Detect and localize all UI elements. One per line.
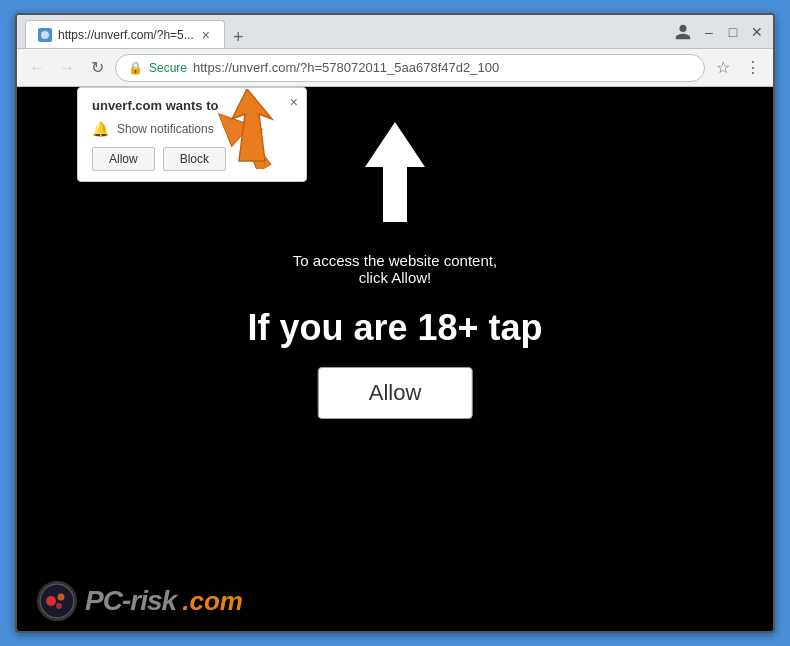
- forward-button[interactable]: →: [55, 56, 79, 80]
- tab-title: https://unverf.com/?h=5...: [58, 28, 194, 42]
- pcrisk-logo: PC-risk .com: [37, 581, 243, 621]
- instruction-line1: To access the website content,: [293, 252, 497, 269]
- up-arrow-container: [355, 117, 435, 231]
- url-display: https://unverf.com/?h=578072011_5aa678f4…: [193, 60, 499, 75]
- browser-menu-icon[interactable]: ⋮: [741, 56, 765, 80]
- address-bar: ← → ↻ 🔒 Secure https://unverf.com/?h=578…: [17, 49, 773, 87]
- refresh-button[interactable]: ↻: [85, 56, 109, 80]
- svg-point-7: [56, 603, 62, 609]
- browser-tab[interactable]: https://unverf.com/?h=5... ×: [25, 20, 225, 48]
- browser-content: × unverf.com wants to 🔔 Show notificatio…: [17, 87, 773, 631]
- tab-area: https://unverf.com/?h=5... × +: [25, 15, 661, 48]
- bell-icon: 🔔: [92, 121, 109, 137]
- back-button[interactable]: ←: [25, 56, 49, 80]
- svg-point-6: [58, 594, 65, 601]
- instruction-line2: click Allow!: [293, 269, 497, 286]
- pcrisk-ball-svg: [39, 583, 75, 619]
- secure-label: Secure: [149, 61, 187, 75]
- pcrisk-com-text: .com: [182, 586, 243, 616]
- svg-point-0: [41, 31, 49, 39]
- user-account-icon[interactable]: [673, 22, 693, 42]
- address-bar-right: ☆ ⋮: [711, 56, 765, 80]
- popup-allow-button[interactable]: Allow: [92, 147, 155, 171]
- page-instruction-text: To access the website content, click All…: [293, 252, 497, 286]
- title-bar: https://unverf.com/?h=5... × + – □ ✕: [17, 15, 773, 49]
- new-tab-button[interactable]: +: [225, 27, 252, 48]
- tab-close-btn[interactable]: ×: [200, 27, 212, 43]
- svg-marker-3: [365, 122, 425, 222]
- popup-notification-text: Show notifications: [117, 122, 214, 136]
- maximize-button[interactable]: □: [725, 24, 741, 40]
- arrow-svg: [217, 89, 307, 169]
- secure-lock-icon: 🔒: [128, 61, 143, 75]
- pcrisk-ball-icon: [37, 581, 77, 621]
- bookmark-star-icon[interactable]: ☆: [711, 56, 735, 80]
- svg-point-4: [40, 584, 74, 618]
- browser-window: https://unverf.com/?h=5... × + – □ ✕ ← →…: [15, 13, 775, 633]
- tab-favicon: [38, 28, 52, 42]
- page-allow-button[interactable]: Allow: [318, 367, 473, 419]
- orange-arrow-annotation: [217, 89, 297, 159]
- svg-point-5: [46, 596, 56, 606]
- page-main-text: If you are 18+ tap: [247, 307, 542, 349]
- minimize-button[interactable]: –: [701, 24, 717, 40]
- pcrisk-text-container: PC-risk .com: [85, 585, 243, 617]
- url-input[interactable]: 🔒 Secure https://unverf.com/?h=578072011…: [115, 54, 705, 82]
- close-window-button[interactable]: ✕: [749, 24, 765, 40]
- window-controls: – □ ✕: [673, 22, 765, 42]
- pc-text: PC-risk: [85, 586, 182, 616]
- up-arrow-icon: [355, 117, 435, 227]
